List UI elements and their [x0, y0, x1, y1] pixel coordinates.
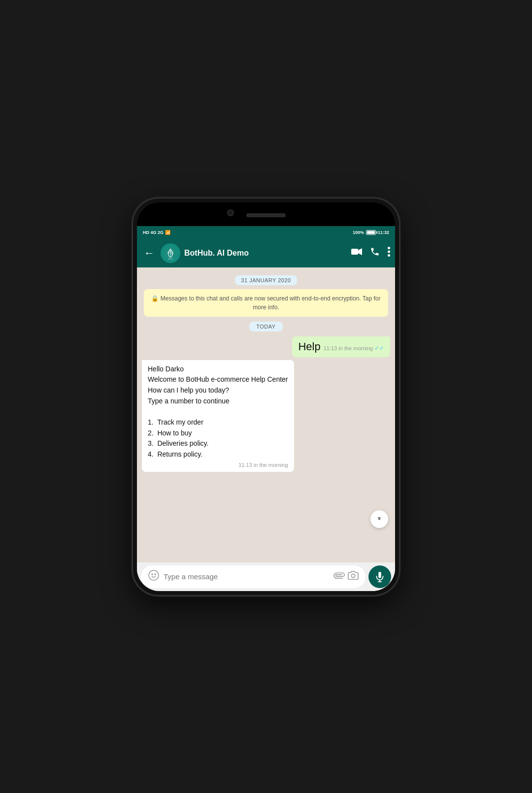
svg-point-7 [388, 254, 390, 257]
received-bubble: Hello Darko Welcome to BotHub e-commerce… [142, 360, 294, 472]
svg-point-10 [155, 574, 156, 575]
scroll-to-bottom-button[interactable] [370, 510, 388, 528]
speaker [246, 213, 286, 217]
chat-header: ← bothub Bot [137, 239, 395, 267]
received-message-text: Hello Darko Welcome to BotHub e-commerce… [148, 364, 288, 460]
phone-call-icon[interactable] [370, 247, 380, 259]
back-button[interactable]: ← [142, 245, 157, 262]
received-time: 11:13 in the morning [238, 462, 288, 468]
date-badge-january: 31 JANUARY 2020 [142, 275, 390, 285]
phone-frame: HD 4G 2G 📶 100% 11:32 ← [133, 198, 399, 595]
header-actions [351, 247, 390, 259]
status-right: 100% 11:32 [353, 230, 389, 235]
status-bar: HD 4G 2G 📶 100% 11:32 [137, 226, 395, 239]
contact-name: BotHub. AI Demo [184, 249, 347, 258]
camera-hole [227, 209, 234, 216]
received-bubble-meta: 11:13 in the morning [148, 462, 288, 468]
lock-icon: 🔒 [151, 295, 159, 302]
battery-level: 100% [353, 230, 364, 235]
battery-icon [366, 230, 376, 235]
input-container [141, 565, 366, 588]
svg-rect-3 [351, 249, 358, 255]
svg-point-5 [388, 247, 390, 249]
svg-point-11 [351, 574, 355, 577]
avatar[interactable]: bothub [161, 243, 180, 263]
svg-marker-4 [358, 248, 362, 255]
encryption-notice[interactable]: 🔒 Messages to this chat and calls are no… [144, 289, 388, 317]
phone-inner: HD 4G 2G 📶 100% 11:32 ← [137, 202, 395, 591]
sent-bubble: Help 11:13 in the morning ✓✓ [292, 336, 390, 357]
camera-button[interactable] [348, 570, 359, 583]
screen: HD 4G 2G 📶 100% 11:32 ← [137, 226, 395, 591]
today-label: TODAY [249, 322, 282, 331]
message-input[interactable] [164, 572, 329, 581]
status-left: HD 4G 2G 📶 [143, 230, 170, 235]
emoji-button[interactable] [148, 569, 160, 584]
time-display: 11:32 [378, 230, 389, 235]
mic-button[interactable] [368, 565, 391, 588]
today-badge: TODAY [142, 322, 390, 331]
sent-bubble-meta: 11:13 in the morning ✓✓ [324, 345, 384, 352]
date-label: 31 JANUARY 2020 [235, 275, 297, 285]
more-options-icon[interactable] [388, 247, 390, 259]
double-check-icon: ✓✓ [374, 345, 384, 352]
sent-bubble-content: Help 11:13 in the morning ✓✓ [298, 340, 384, 353]
attach-button[interactable] [330, 568, 347, 585]
network-info: HD 4G 2G [143, 230, 164, 235]
sent-message-text: Help [298, 340, 320, 353]
input-bar [137, 562, 395, 591]
message-row-sent: Help 11:13 in the morning ✓✓ [142, 336, 390, 357]
video-call-icon[interactable] [351, 248, 362, 258]
wifi-icon: 📶 [165, 230, 170, 235]
chat-body: 31 JANUARY 2020 🔒 Messages to this chat … [137, 267, 395, 562]
svg-text:bothub: bothub [168, 258, 173, 260]
svg-point-9 [152, 574, 153, 575]
header-contact-info: BotHub. AI Demo [184, 249, 347, 258]
encryption-text: Messages to this chat and calls are now … [161, 295, 381, 311]
sent-time: 11:13 in the morning [324, 345, 373, 351]
svg-point-8 [149, 570, 159, 580]
battery-fill [367, 231, 375, 234]
svg-point-6 [388, 251, 390, 253]
message-row-received: Hello Darko Welcome to BotHub e-commerce… [142, 360, 390, 472]
